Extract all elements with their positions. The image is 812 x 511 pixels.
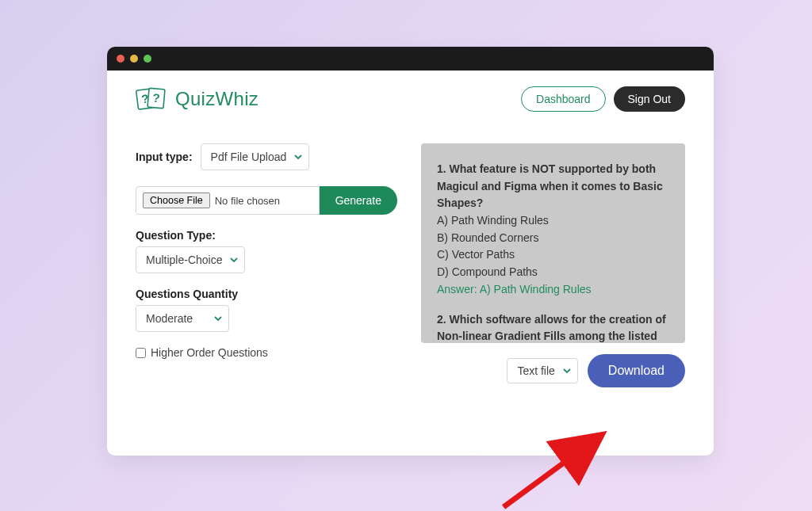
file-status: No file chosen bbox=[215, 195, 280, 207]
logo-icon: ? ? bbox=[136, 87, 169, 111]
question-type-select[interactable]: Multiple-Choice bbox=[136, 246, 245, 273]
dashboard-button[interactable]: Dashboard bbox=[521, 86, 606, 112]
file-input[interactable]: Choose File No file chosen bbox=[136, 186, 320, 215]
svg-text:?: ? bbox=[152, 91, 161, 105]
window-minimize-icon[interactable] bbox=[130, 55, 138, 63]
right-column: 1. What feature is NOT supported by both… bbox=[421, 143, 685, 387]
download-button[interactable]: Download bbox=[588, 354, 685, 387]
titlebar bbox=[107, 47, 714, 71]
question-block: 1. What feature is NOT supported by both… bbox=[437, 161, 669, 299]
quantity-group: Questions Quantity Moderate bbox=[136, 288, 397, 332]
header: ? ? QuizWhiz Dashboard Sign Out bbox=[107, 71, 714, 120]
download-format-select[interactable]: Text file bbox=[507, 358, 577, 383]
input-type-value: Pdf File Upload bbox=[211, 151, 287, 163]
left-column: Input type: Pdf File Upload Choose File … bbox=[136, 143, 397, 387]
question-title: 2. Which software allows for the creatio… bbox=[437, 311, 669, 344]
question-block: 2. Which software allows for the creatio… bbox=[437, 311, 669, 344]
header-buttons: Dashboard Sign Out bbox=[521, 86, 685, 112]
input-type-label: Input type: bbox=[136, 151, 193, 163]
logo[interactable]: ? ? QuizWhiz bbox=[136, 87, 259, 111]
window-maximize-icon[interactable] bbox=[144, 55, 151, 63]
quantity-label: Questions Quantity bbox=[136, 288, 397, 300]
window-close-icon[interactable] bbox=[117, 55, 124, 63]
higher-order-checkbox-row[interactable]: Higher Order Questions bbox=[136, 346, 397, 359]
chevron-down-icon bbox=[563, 364, 571, 377]
signout-button[interactable]: Sign Out bbox=[614, 86, 685, 112]
question-type-label: Question Type: bbox=[136, 229, 397, 242]
question-option: B) Rounded Corners bbox=[437, 230, 669, 247]
question-option: C) Vector Paths bbox=[437, 246, 669, 264]
generate-button[interactable]: Generate bbox=[320, 186, 397, 215]
main-content: Input type: Pdf File Upload Choose File … bbox=[107, 120, 714, 387]
choose-file-button[interactable]: Choose File bbox=[143, 193, 210, 208]
input-type-select[interactable]: Pdf File Upload bbox=[201, 143, 310, 170]
app-window: ? ? QuizWhiz Dashboard Sign Out Input ty… bbox=[107, 47, 714, 456]
question-option: A) Path Winding Rules bbox=[437, 212, 669, 230]
question-type-group: Question Type: Multiple-Choice bbox=[136, 229, 397, 273]
logo-text: QuizWhiz bbox=[175, 88, 259, 110]
file-row: Choose File No file chosen Generate bbox=[136, 186, 397, 215]
higher-order-label: Higher Order Questions bbox=[151, 346, 268, 359]
question-type-value: Multiple-Choice bbox=[146, 254, 222, 266]
question-answer: Answer: A) Path Winding Rules bbox=[437, 281, 669, 299]
chevron-down-icon bbox=[294, 151, 302, 163]
quantity-select[interactable]: Moderate bbox=[136, 305, 229, 332]
higher-order-checkbox[interactable] bbox=[136, 348, 146, 358]
download-format-value: Text file bbox=[517, 364, 554, 377]
chevron-down-icon bbox=[214, 312, 222, 325]
chevron-down-icon bbox=[230, 254, 238, 266]
question-title: 1. What feature is NOT supported by both… bbox=[437, 161, 669, 212]
input-type-row: Input type: Pdf File Upload bbox=[136, 143, 397, 170]
download-row: Text file Download bbox=[421, 354, 685, 387]
results-box: 1. What feature is NOT supported by both… bbox=[421, 143, 685, 343]
question-option: D) Compound Paths bbox=[437, 264, 669, 281]
quantity-value: Moderate bbox=[146, 312, 193, 325]
